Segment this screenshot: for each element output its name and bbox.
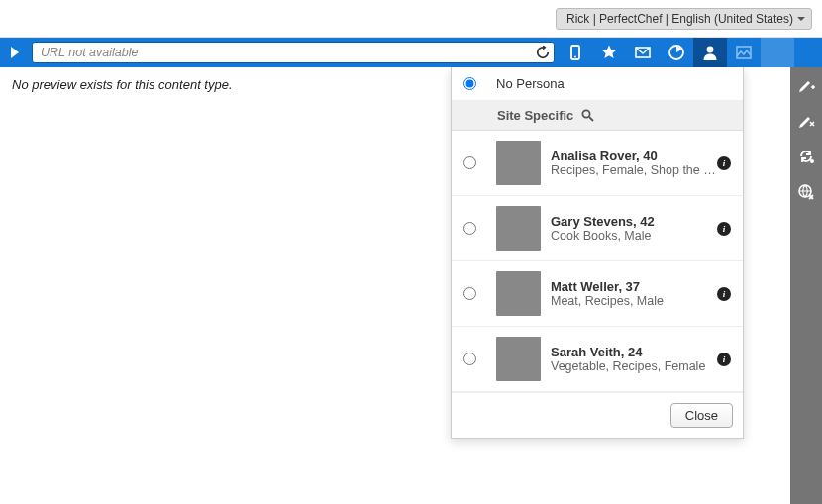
persona-avatar bbox=[496, 206, 541, 251]
right-rail bbox=[790, 67, 822, 504]
persona-desc: Recipes, Female, Shop the L... bbox=[551, 163, 717, 177]
info-icon[interactable]: i bbox=[717, 222, 731, 236]
no-persona-row[interactable]: No Persona bbox=[452, 67, 743, 101]
forward-button[interactable] bbox=[0, 38, 30, 67]
persona-name: Gary Stevens, 42 bbox=[551, 214, 717, 229]
svg-point-6 bbox=[810, 159, 814, 163]
persona-panel-footer: Close bbox=[452, 392, 743, 438]
persona-radio[interactable] bbox=[463, 353, 476, 365]
toolbar-spacer bbox=[761, 38, 794, 67]
user-context-label: Rick | PerfectChef | English (United Sta… bbox=[566, 12, 793, 26]
info-icon[interactable]: i bbox=[717, 156, 731, 170]
persona-text: Analisa Rover, 40 Recipes, Female, Shop … bbox=[551, 149, 717, 177]
highlighter-remove-button[interactable] bbox=[790, 103, 822, 139]
time-button[interactable] bbox=[660, 38, 693, 67]
svg-point-4 bbox=[707, 47, 714, 53]
persona-avatar bbox=[496, 141, 541, 185]
persona-name: Analisa Rover, 40 bbox=[551, 149, 717, 163]
email-button[interactable] bbox=[626, 38, 660, 67]
svg-line-9 bbox=[589, 117, 593, 121]
persona-radio[interactable] bbox=[463, 222, 476, 235]
persona-row[interactable]: Gary Stevens, 42 Cook Books, Male i bbox=[452, 196, 743, 261]
persona-text: Matt Weller, 37 Meat, Recipes, Male bbox=[551, 279, 717, 308]
persona-avatar bbox=[496, 337, 541, 381]
close-button[interactable]: Close bbox=[670, 403, 733, 428]
sync-add-button[interactable] bbox=[790, 139, 822, 174]
refresh-button[interactable] bbox=[532, 42, 554, 63]
url-text: URL not available bbox=[33, 46, 532, 59]
device-preview-button[interactable] bbox=[559, 38, 592, 67]
persona-desc: Cook Books, Male bbox=[551, 229, 717, 243]
globe-remove-button[interactable] bbox=[790, 174, 822, 210]
persona-desc: Meat, Recipes, Male bbox=[551, 294, 717, 308]
persona-name: Sarah Veith, 24 bbox=[551, 345, 717, 359]
persona-row[interactable]: Matt Weller, 37 Meat, Recipes, Male i bbox=[452, 261, 743, 327]
persona-text: Sarah Veith, 24 Vegetable, Recipes, Fema… bbox=[551, 345, 717, 373]
info-icon[interactable]: i bbox=[717, 287, 731, 301]
svg-point-1 bbox=[574, 56, 576, 58]
image-button[interactable] bbox=[727, 38, 761, 67]
toolbar-icons bbox=[559, 38, 761, 67]
no-persona-label: No Persona bbox=[496, 76, 565, 91]
favorite-button[interactable] bbox=[592, 38, 626, 67]
persona-desc: Vegetable, Recipes, Female bbox=[551, 359, 717, 373]
app-header: Rick | PerfectChef | English (United Sta… bbox=[0, 0, 822, 38]
persona-row[interactable]: Analisa Rover, 40 Recipes, Female, Shop … bbox=[452, 131, 743, 196]
persona-group-label: Site Specific bbox=[497, 108, 573, 123]
persona-dropdown-panel: No Persona Site Specific Analisa Rover, … bbox=[451, 67, 744, 439]
persona-row[interactable]: Sarah Veith, 24 Vegetable, Recipes, Fema… bbox=[452, 327, 743, 392]
user-context-dropdown[interactable]: Rick | PerfectChef | English (United Sta… bbox=[556, 8, 812, 30]
no-persona-radio[interactable] bbox=[463, 77, 476, 90]
persona-name: Matt Weller, 37 bbox=[551, 279, 717, 294]
search-icon[interactable] bbox=[581, 109, 594, 122]
preview-toolbar: URL not available bbox=[0, 38, 822, 67]
info-icon[interactable]: i bbox=[717, 353, 731, 366]
url-bar[interactable]: URL not available bbox=[32, 42, 555, 63]
persona-radio[interactable] bbox=[463, 287, 476, 300]
persona-group-header: Site Specific bbox=[452, 101, 743, 131]
highlighter-add-button[interactable] bbox=[790, 67, 822, 103]
persona-text: Gary Stevens, 42 Cook Books, Male bbox=[551, 214, 717, 243]
persona-button[interactable] bbox=[693, 38, 727, 67]
persona-radio[interactable] bbox=[463, 156, 476, 169]
svg-point-8 bbox=[583, 110, 590, 117]
persona-avatar bbox=[496, 271, 541, 316]
